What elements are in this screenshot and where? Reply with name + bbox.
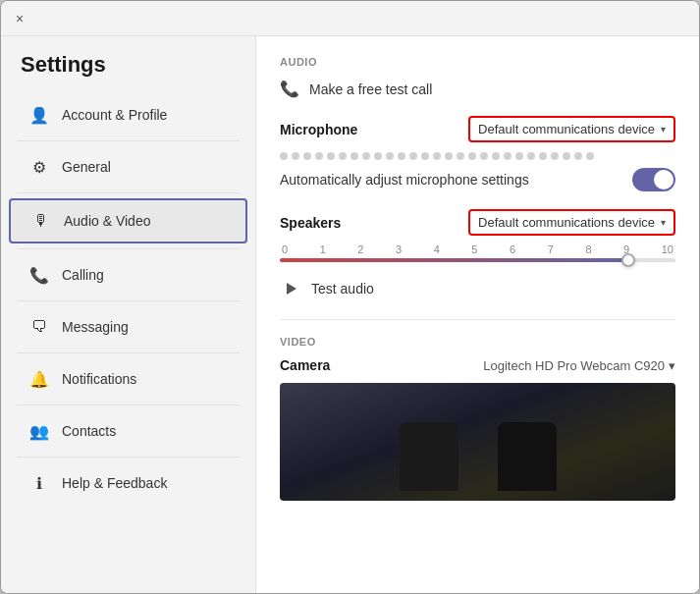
microphone-level-indicator bbox=[280, 150, 675, 168]
camera-row: Camera Logitech HD Pro Webcam C920 ▾ bbox=[280, 357, 675, 373]
sidebar-item-label: Calling bbox=[62, 267, 104, 283]
mic-dot bbox=[303, 152, 311, 160]
mic-dot bbox=[539, 152, 547, 160]
microphone-device-value: Default communications device bbox=[478, 122, 655, 136]
chair-right bbox=[498, 422, 557, 491]
chevron-down-icon: ▾ bbox=[661, 124, 666, 135]
mic-dot bbox=[280, 152, 288, 160]
mic-dot bbox=[409, 152, 417, 160]
help-icon: ℹ bbox=[28, 472, 50, 494]
chevron-down-icon: ▾ bbox=[669, 358, 675, 373]
divider-6 bbox=[17, 405, 240, 405]
auto-adjust-row: Automatically adjust microphone settings bbox=[280, 168, 675, 191]
microphone-dropdown[interactable]: Default communications device ▾ bbox=[468, 116, 675, 142]
mic-dot bbox=[433, 152, 441, 160]
auto-adjust-toggle[interactable] bbox=[632, 168, 675, 191]
sidebar-item-label: Contacts bbox=[62, 423, 116, 439]
mic-dot bbox=[515, 152, 523, 160]
camera-label: Camera bbox=[280, 357, 330, 373]
speakers-dropdown[interactable]: Default communications device ▾ bbox=[468, 209, 675, 236]
mic-dot bbox=[480, 152, 488, 160]
mic-dot bbox=[398, 152, 405, 160]
sidebar-item-label: Account & Profile bbox=[62, 107, 167, 123]
sidebar-item-general[interactable]: ⚙ General bbox=[9, 146, 247, 188]
auto-adjust-label: Automatically adjust microphone settings bbox=[280, 172, 529, 188]
speakers-label: Speakers bbox=[280, 215, 341, 231]
camera-preview-inner bbox=[280, 383, 675, 501]
sidebar-item-account[interactable]: 👤 Account & Profile bbox=[9, 94, 247, 135]
mic-dot bbox=[586, 152, 594, 160]
mic-dot bbox=[339, 152, 347, 160]
contacts-icon: 👥 bbox=[28, 420, 50, 442]
audio-section-label: AUDIO bbox=[280, 56, 675, 68]
test-audio-row[interactable]: Test audio bbox=[280, 278, 675, 299]
close-button[interactable]: × bbox=[13, 12, 27, 26]
mic-dot bbox=[292, 152, 299, 160]
audio-video-icon: 🎙 bbox=[30, 210, 52, 232]
mic-dot bbox=[445, 152, 453, 160]
mic-dot bbox=[315, 152, 323, 160]
svg-marker-0 bbox=[287, 283, 296, 295]
mic-dot bbox=[551, 152, 559, 160]
volume-thumb[interactable] bbox=[621, 253, 635, 267]
mic-dot bbox=[468, 152, 476, 160]
video-section-label: VIDEO bbox=[280, 336, 675, 348]
sidebar-item-label: Notifications bbox=[62, 371, 136, 387]
play-icon bbox=[280, 278, 301, 299]
sidebar-item-label: Messaging bbox=[62, 319, 129, 335]
divider-2 bbox=[17, 192, 240, 193]
chevron-down-icon: ▾ bbox=[661, 217, 666, 228]
speakers-row: Speakers Default communications device ▾ bbox=[280, 209, 675, 236]
chair-left bbox=[400, 422, 458, 491]
volume-fill bbox=[280, 258, 628, 262]
settings-window: × Settings 👤 Account & Profile ⚙ General… bbox=[0, 0, 700, 594]
speakers-device-value: Default communications device bbox=[478, 215, 655, 230]
phone-icon: 📞 bbox=[280, 80, 299, 98]
general-icon: ⚙ bbox=[28, 156, 50, 178]
microphone-label: Microphone bbox=[280, 122, 357, 137]
mic-dot bbox=[527, 152, 535, 160]
sidebar-item-calling[interactable]: 📞 Calling bbox=[9, 254, 247, 296]
camera-device-value: Logitech HD Pro Webcam C920 bbox=[483, 358, 665, 373]
test-call-row[interactable]: 📞 Make a free test call bbox=[280, 80, 675, 98]
sidebar-title: Settings bbox=[1, 52, 255, 93]
mic-dot bbox=[350, 152, 358, 160]
camera-preview bbox=[280, 383, 675, 501]
divider-3 bbox=[17, 248, 240, 249]
sidebar-item-label: Help & Feedback bbox=[62, 475, 167, 491]
sidebar-item-messaging[interactable]: 🗨 Messaging bbox=[9, 306, 247, 348]
content-area: Settings 👤 Account & Profile ⚙ General 🎙… bbox=[1, 36, 699, 593]
sidebar-item-notifications[interactable]: 🔔 Notifications bbox=[9, 358, 247, 400]
test-audio-label: Test audio bbox=[311, 281, 374, 297]
mic-dot bbox=[492, 152, 500, 160]
microphone-row: Microphone Default communications device… bbox=[280, 116, 675, 142]
volume-slider-row: 0 1 2 3 4 5 6 7 8 9 10 bbox=[280, 243, 675, 262]
volume-track[interactable] bbox=[280, 258, 675, 262]
test-call-label: Make a free test call bbox=[309, 81, 432, 97]
calling-icon: 📞 bbox=[28, 264, 50, 286]
notifications-icon: 🔔 bbox=[28, 368, 50, 390]
divider-4 bbox=[17, 300, 240, 301]
mic-dot bbox=[421, 152, 429, 160]
mic-dot bbox=[374, 152, 382, 160]
mic-dot bbox=[504, 152, 512, 160]
mic-dot bbox=[362, 152, 370, 160]
main-panel: AUDIO 📞 Make a free test call Microphone… bbox=[256, 36, 699, 593]
volume-number-labels: 0 1 2 3 4 5 6 7 8 9 10 bbox=[280, 243, 675, 255]
sidebar-item-help[interactable]: ℹ Help & Feedback bbox=[9, 462, 247, 504]
section-divider bbox=[280, 319, 675, 320]
sidebar-item-contacts[interactable]: 👥 Contacts bbox=[9, 410, 247, 452]
messaging-icon: 🗨 bbox=[28, 316, 50, 338]
divider-5 bbox=[17, 352, 240, 353]
mic-dot bbox=[563, 152, 570, 160]
divider-7 bbox=[17, 457, 240, 458]
mic-dot bbox=[457, 152, 464, 160]
account-icon: 👤 bbox=[28, 104, 50, 126]
sidebar-item-label: General bbox=[62, 159, 111, 175]
camera-dropdown[interactable]: Logitech HD Pro Webcam C920 ▾ bbox=[483, 358, 675, 373]
sidebar: Settings 👤 Account & Profile ⚙ General 🎙… bbox=[1, 36, 256, 593]
sidebar-item-label: Audio & Video bbox=[64, 213, 150, 229]
mic-dot bbox=[386, 152, 394, 160]
divider-1 bbox=[17, 140, 240, 141]
sidebar-item-audio-video[interactable]: 🎙 Audio & Video bbox=[9, 198, 247, 243]
